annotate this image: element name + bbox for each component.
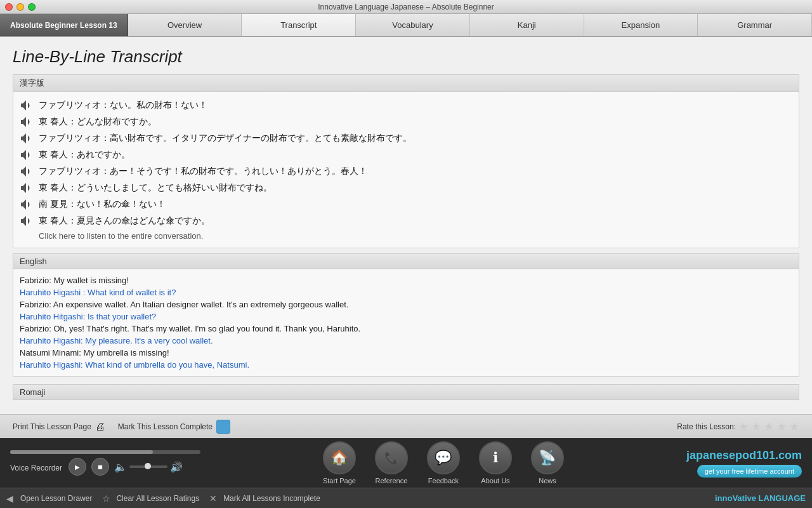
print-button[interactable]: Print This Lesson Page 🖨 xyxy=(13,421,105,432)
complete-checkbox[interactable] xyxy=(216,420,230,434)
reference-icon: 📞 xyxy=(375,441,408,474)
footer-brand: innoVative LANGUAGE xyxy=(715,493,806,503)
star-2[interactable]: ★ xyxy=(751,420,761,434)
tabs-row: Absolute Beginner Lesson 13 Overview Tra… xyxy=(0,14,812,37)
close-button[interactable] xyxy=(5,3,13,11)
footer-bar: ◀ Open Lesson Drawer ☆ Clear All Lesson … xyxy=(0,488,812,508)
jp-line-2: 東 春人：どんな財布ですか。 xyxy=(20,114,792,130)
nav-icons: 🏠 Start Page 📞 Reference 💬 Feedback ℹ Ab… xyxy=(211,441,676,485)
tab-grammar[interactable]: Grammar xyxy=(698,14,812,36)
player-left: Voice Recorder ▶ ⏹ 🔈 🔊 xyxy=(10,450,200,476)
lesson-tab[interactable]: Absolute Beginner Lesson 13 xyxy=(0,14,128,36)
speaker-icon-6[interactable] xyxy=(20,182,32,194)
jp-line-4: 東 春人：あれですか。 xyxy=(20,147,792,163)
en-line-8: Haruhito Higashi: What kind of umbrella … xyxy=(20,359,792,371)
nav-news[interactable]: 📡 News xyxy=(531,441,564,485)
tab-overview[interactable]: Overview xyxy=(128,14,242,36)
jp-line-1: ファブリツィオ：ない。私の財布！ない！ xyxy=(20,97,792,114)
star-3[interactable]: ★ xyxy=(764,420,774,434)
home-icon: 🏠 xyxy=(323,441,356,474)
feedback-icon: 💬 xyxy=(427,441,460,474)
english-header: English xyxy=(13,254,799,269)
english-content: Fabrizio: My wallet is missing! Haruhito… xyxy=(13,269,799,376)
volume-slider[interactable]: 🔈 🔊 xyxy=(114,461,183,473)
speaker-icon-8[interactable] xyxy=(20,215,32,227)
jp-text-7: 南 夏見：ない！私の傘！ない！ xyxy=(39,199,166,210)
rate-lesson: Rate this Lesson: ★ ★ ★ ★ ★ xyxy=(677,420,799,434)
speaker-icon-1[interactable] xyxy=(20,99,32,112)
volume-track[interactable] xyxy=(129,465,167,468)
stop-button[interactable]: ⏹ xyxy=(91,458,109,476)
en-line-6: Haruhito Higashi: My pleasure. It's a ve… xyxy=(20,335,792,347)
title-bar: Innovative Language Japanese – Absolute … xyxy=(0,0,812,14)
speaker-icon-5[interactable] xyxy=(20,165,32,178)
content-panel: Line-By-Line Transcript 漢字版 ファブリツィオ：ない。私… xyxy=(0,37,812,438)
play-button[interactable]: ▶ xyxy=(69,458,86,476)
scroll-area[interactable]: 漢字版 ファブリツィオ：ない。私の財布！ない！ 東 春人：どんな財布ですか。 xyxy=(0,74,812,414)
jp-line-3: ファブリツィオ：高い財布です。イタリアのデザイナーの財布です。とても素敵な財布で… xyxy=(20,130,792,147)
jp-text-8: 東 春人：夏見さんの傘はどんな傘ですか。 xyxy=(39,215,210,227)
speaker-icon-4[interactable] xyxy=(20,149,32,161)
jp-line-7: 南 夏見：ない！私の傘！ない！ xyxy=(20,196,792,213)
main-container: Absolute Beginner Lesson 13 Overview Tra… xyxy=(0,14,812,438)
volume-thumb[interactable] xyxy=(145,463,151,469)
romaji-header: Romaji xyxy=(13,384,799,400)
nav-start-page[interactable]: 🏠 Start Page xyxy=(323,441,356,485)
jp-line-6: 東 春人：どういたしまして。とても格好いい財布ですね。 xyxy=(20,180,792,196)
get-account-button[interactable]: get your free lifetime account xyxy=(697,465,802,478)
kanji-content: ファブリツィオ：ない。私の財布！ない！ 東 春人：どんな財布ですか。 ファブリツ… xyxy=(13,92,799,248)
jp-text-5: ファブリツィオ：あー！そうです！私の財布です。うれしい！ありがとう。春人！ xyxy=(39,166,367,177)
tab-kanji[interactable]: Kanji xyxy=(470,14,584,36)
mark-complete-button[interactable]: Mark This Lesson Complete xyxy=(118,420,230,434)
speaker-icon-7[interactable] xyxy=(20,198,32,211)
drawer-icon: ◀ xyxy=(6,493,16,504)
nav-about-us[interactable]: ℹ About Us xyxy=(479,441,512,485)
volume-max-icon: 🔊 xyxy=(170,461,183,473)
tab-transcript[interactable]: Transcript xyxy=(242,14,356,36)
jp-line-8: 東 春人：夏見さんの傘はどんな傘ですか。 xyxy=(20,213,792,229)
en-line-7: Natsumi Minami: My umbrella is missing! xyxy=(20,347,792,359)
mark-incomplete-button[interactable]: ✕ Mark All Lessons Incomplete xyxy=(209,493,320,504)
x-icon: ✕ xyxy=(209,493,219,504)
jp-text-1: ファブリツィオ：ない。私の財布！ない！ xyxy=(39,100,207,111)
kanji-section: 漢字版 ファブリツィオ：ない。私の財布！ない！ 東 春人：どんな財布ですか。 xyxy=(13,74,799,248)
click-listen-link[interactable]: Click here to listen to the entire conve… xyxy=(20,229,792,243)
player-bar: Voice Recorder ▶ ⏹ 🔈 🔊 🏠 Start Page 📞 R xyxy=(0,438,812,488)
printer-icon: 🖨 xyxy=(95,421,105,432)
branding: japanesepod101.com get your free lifetim… xyxy=(686,449,802,478)
jp-text-6: 東 春人：どういたしまして。とても格好いい財布ですね。 xyxy=(39,182,272,194)
tab-vocabulary[interactable]: Vocabulary xyxy=(356,14,470,36)
en-line-3: Fabrizio: An expensive wallet. An Italia… xyxy=(20,298,792,311)
star-1[interactable]: ★ xyxy=(738,420,749,434)
kanji-header: 漢字版 xyxy=(13,75,799,92)
star-5[interactable]: ★ xyxy=(789,420,799,434)
clear-ratings-button[interactable]: ☆ Clear All Lesson Ratings xyxy=(102,493,199,504)
speaker-icon-3[interactable] xyxy=(20,132,32,145)
speaker-icon-2[interactable] xyxy=(20,116,32,128)
en-line-2: Haruhito Higashi : What kind of wallet i… xyxy=(20,286,792,298)
maximize-button[interactable] xyxy=(28,3,36,11)
nav-reference[interactable]: 📞 Reference xyxy=(375,441,408,485)
star-4[interactable]: ★ xyxy=(776,420,787,434)
open-drawer-button[interactable]: ◀ Open Lesson Drawer xyxy=(6,493,92,504)
page-title: Line-By-Line Transcript xyxy=(0,37,812,74)
jp-line-5: ファブリツィオ：あー！そうです！私の財布です。うれしい！ありがとう。春人！ xyxy=(20,163,792,180)
window-title: Innovative Language Japanese – Absolute … xyxy=(318,3,494,11)
jp-text-4: 東 春人：あれですか。 xyxy=(39,149,130,161)
en-line-1: Fabrizio: My wallet is missing! xyxy=(20,274,792,286)
english-section: English Fabrizio: My wallet is missing! … xyxy=(13,253,799,377)
star-clear-icon: ☆ xyxy=(102,493,112,504)
window-controls xyxy=(5,3,36,11)
bottom-action-bar: Print This Lesson Page 🖨 Mark This Lesso… xyxy=(0,414,812,438)
nav-feedback[interactable]: 💬 Feedback xyxy=(427,441,460,485)
minimize-button[interactable] xyxy=(16,3,24,11)
progress-fill xyxy=(10,450,153,454)
progress-bar[interactable] xyxy=(10,450,200,454)
jp-text-3: ファブリツィオ：高い財布です。イタリアのデザイナーの財布です。とても素敵な財布で… xyxy=(39,133,412,144)
en-line-4: Haruhito Hitgashi: Is that your wallet? xyxy=(20,311,792,323)
about-icon: ℹ xyxy=(479,441,512,474)
player-controls: ▶ ⏹ 🔈 🔊 xyxy=(69,458,183,476)
news-icon: 📡 xyxy=(531,441,564,474)
jp-text-2: 東 春人：どんな財布ですか。 xyxy=(39,116,157,128)
tab-expansion[interactable]: Expansion xyxy=(584,14,698,36)
